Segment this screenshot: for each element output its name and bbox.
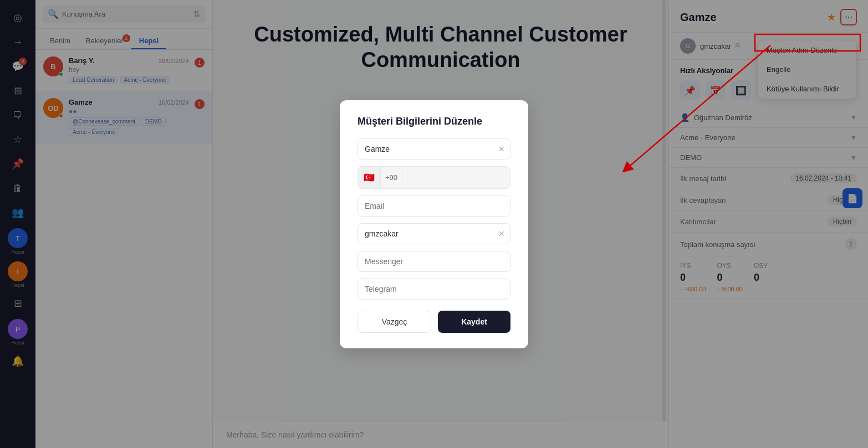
- email-input[interactable]: [358, 195, 510, 217]
- telegram-input[interactable]: [358, 279, 510, 300]
- modal-messenger-field: [358, 251, 510, 272]
- name-input[interactable]: [358, 138, 510, 159]
- modal-username-field: ✕: [358, 223, 510, 244]
- modal-overlay: Müşteri Bilgilerini Düzenle ✕ 🇹🇷 +90: [0, 0, 868, 448]
- phone-code: +90: [381, 168, 402, 187]
- phone-input[interactable]: [402, 168, 510, 187]
- modal-phone-field: 🇹🇷 +90: [358, 166, 510, 189]
- edit-customer-modal: Müşteri Bilgilerini Düzenle ✕ 🇹🇷 +90: [340, 100, 528, 348]
- modal-email-field: [358, 195, 510, 217]
- save-button[interactable]: Kaydet: [438, 311, 510, 333]
- modal-title: Müşteri Bilgilerini Düzenle: [358, 116, 510, 127]
- name-clear-btn[interactable]: ✕: [498, 145, 505, 153]
- modal-buttons: Vazgeç Kaydet: [358, 311, 510, 333]
- modal-telegram-field: [358, 279, 510, 300]
- modal-name-field: ✕: [358, 138, 510, 159]
- phone-flag[interactable]: 🇹🇷: [358, 167, 381, 188]
- cancel-button[interactable]: Vazgeç: [358, 311, 431, 333]
- username-clear-btn[interactable]: ✕: [498, 229, 505, 238]
- messenger-input[interactable]: [358, 251, 510, 272]
- username-input[interactable]: [358, 223, 510, 244]
